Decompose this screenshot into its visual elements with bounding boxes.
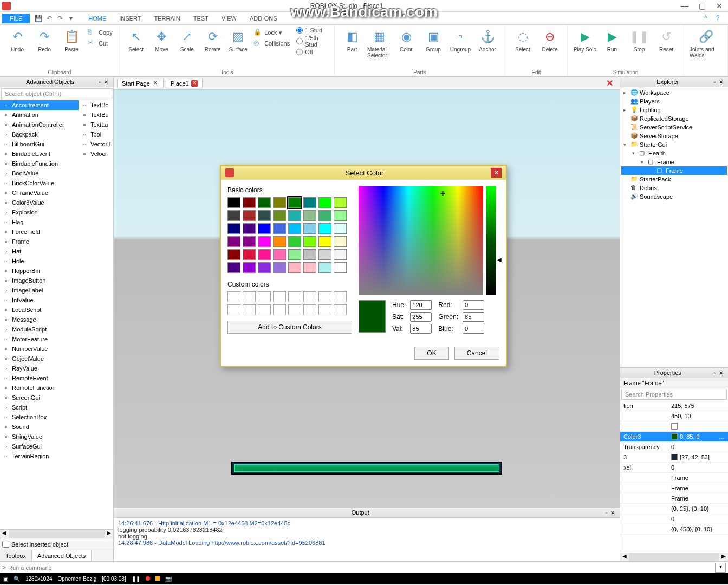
custom-color-swatch[interactable] <box>334 304 347 315</box>
tab-place1[interactable]: Place1✕ <box>166 79 203 88</box>
basic-color-swatch[interactable] <box>334 262 347 273</box>
object-item[interactable]: ▫NumberValue <box>0 344 79 354</box>
basic-color-swatch[interactable] <box>303 197 316 208</box>
basic-color-swatch[interactable] <box>288 223 301 234</box>
object-item[interactable]: ▫ScreenGui <box>0 393 79 402</box>
basic-color-swatch[interactable] <box>303 223 316 234</box>
ok-button[interactable]: OK <box>414 347 448 360</box>
snap-radio[interactable]: 1 Stud <box>296 27 330 34</box>
run-button[interactable]: ▶Run <box>599 27 625 54</box>
object-item[interactable]: ▫AnimationController <box>0 120 79 129</box>
object-item[interactable]: ▫CFrameValue <box>0 188 79 198</box>
menu-tab-home[interactable]: HOME <box>82 13 113 24</box>
tab-start-page[interactable]: Start Page✕ <box>117 79 164 88</box>
basic-color-swatch[interactable] <box>303 210 316 221</box>
tree-node[interactable]: ▸💡Lighting <box>621 106 727 114</box>
property-row[interactable]: {0, 25}, {0, 10} <box>620 504 728 514</box>
menu-tab-insert[interactable]: INSERT <box>113 13 147 24</box>
menu-tab-add-ons[interactable]: ADD-ONS <box>243 13 284 24</box>
luminance-handle[interactable]: ◀ <box>497 257 502 263</box>
help-icon[interactable]: ? <box>716 14 725 23</box>
menu-tab-test[interactable]: TEST <box>187 13 215 24</box>
basic-color-swatch[interactable] <box>288 236 301 247</box>
color-spectrum[interactable]: + <box>359 186 483 295</box>
move-tool-button[interactable]: ✥Move <box>150 27 174 54</box>
basic-color-swatch[interactable] <box>318 223 332 234</box>
object-item[interactable]: ▫StringValue <box>0 432 79 441</box>
object-item[interactable]: ▫HopperBin <box>0 266 79 276</box>
property-row[interactable]: Color30, 85, 0… <box>620 432 728 442</box>
maximize-button[interactable]: ▢ <box>696 2 708 10</box>
rec-pause-icon[interactable]: ❚❚ <box>132 576 140 582</box>
tree-node[interactable]: 📁StarterPack <box>621 175 727 184</box>
panel-pin-icon[interactable]: ▫ <box>97 79 102 85</box>
object-item[interactable]: ▫Vector3 <box>79 139 113 149</box>
object-item[interactable]: ▫Veloci <box>79 149 113 159</box>
object-item[interactable]: ▫Color3Value <box>0 198 79 207</box>
object-item[interactable]: ▫Frame <box>0 237 79 246</box>
panel-pin-icon[interactable]: ▫ <box>712 370 717 376</box>
object-item[interactable]: ▫RemoteFunction <box>0 383 79 393</box>
qa-undo-icon[interactable]: ↶ <box>44 13 55 24</box>
select-inserted-checkbox[interactable] <box>2 541 9 548</box>
play-solo-button[interactable]: ▶Play Solo <box>572 27 598 54</box>
basic-color-swatch[interactable] <box>258 197 271 208</box>
object-item[interactable]: ▫MotorFeature <box>0 334 79 344</box>
basic-color-swatch[interactable] <box>334 223 347 234</box>
reset-button[interactable]: ↺Reset <box>653 27 679 54</box>
object-item[interactable]: ▫Explosion <box>0 207 79 217</box>
property-row[interactable]: Frame <box>620 483 728 493</box>
rotate-tool-button[interactable]: ⟳Rotate <box>200 27 225 54</box>
lock-button[interactable]: 🔒Lock ▾ <box>251 27 292 38</box>
custom-color-swatch[interactable] <box>273 304 286 315</box>
basic-color-swatch[interactable] <box>273 249 286 260</box>
qa-redo-icon[interactable]: ↷ <box>55 13 66 24</box>
panel-close-icon[interactable]: ✕ <box>717 370 725 376</box>
tree-node[interactable]: 🔊Soundscape <box>621 192 727 201</box>
object-item[interactable]: ▫Hole <box>0 256 79 266</box>
basic-color-swatch[interactable] <box>273 197 286 208</box>
copy-button[interactable]: ⎘Copy <box>86 27 115 38</box>
anchor-button[interactable]: ⚓Anchor <box>474 27 500 54</box>
group-button[interactable]: ▣Group <box>420 27 446 54</box>
object-item[interactable]: ▫BindableEvent <box>0 149 79 159</box>
tab-toolbox[interactable]: Toolbox <box>0 550 32 561</box>
object-item[interactable]: ▫BrickColorValue <box>0 178 79 188</box>
qa-save-icon[interactable]: 💾 <box>33 13 44 24</box>
basic-color-swatch[interactable] <box>243 262 256 273</box>
object-item[interactable]: ▫Animation <box>0 110 79 120</box>
tree-node[interactable]: 🗑Debris <box>621 184 727 192</box>
custom-color-swatch[interactable] <box>288 291 301 302</box>
custom-color-swatch[interactable] <box>258 304 271 315</box>
object-item[interactable]: ▫Tool <box>79 129 113 139</box>
rec-expand-icon[interactable]: ▣ <box>3 576 8 582</box>
basic-color-swatch[interactable] <box>273 236 286 247</box>
object-item[interactable]: ▫LocalScript <box>0 305 79 315</box>
tree-caret-icon[interactable]: ▾ <box>632 151 638 156</box>
tree-caret-icon[interactable]: ▾ <box>623 142 629 147</box>
basic-color-swatch[interactable] <box>227 210 240 221</box>
blue-input[interactable] <box>463 324 484 334</box>
tree-caret-icon[interactable]: ▸ <box>623 107 629 113</box>
basic-color-swatch[interactable] <box>318 249 332 260</box>
menu-tab-terrain[interactable]: TERRAIN <box>147 13 186 24</box>
custom-color-swatch[interactable] <box>318 304 332 315</box>
undo-button[interactable]: ↶Undo <box>4 27 30 54</box>
object-item[interactable]: ▫RayValue <box>0 363 79 373</box>
rec-record-icon[interactable] <box>146 576 150 581</box>
cut-button[interactable]: ✂Cut <box>86 38 115 49</box>
command-dropdown-icon[interactable]: ▾ <box>715 563 726 573</box>
custom-color-swatch[interactable] <box>227 304 240 315</box>
object-item[interactable]: ▫TerrainRegion <box>0 451 79 461</box>
collisions-button[interactable]: ◎Collisions <box>251 38 292 49</box>
rec-stop-icon[interactable] <box>155 576 160 581</box>
object-item[interactable]: ▫ModuleScript <box>0 324 79 334</box>
object-item[interactable]: ▫BoolValue <box>0 168 79 178</box>
horizontal-scrollbar[interactable]: ◀▶ <box>0 529 113 538</box>
cancel-button[interactable]: Cancel <box>454 347 499 360</box>
select-tool-button[interactable]: ↖Select <box>124 27 148 54</box>
property-row[interactable]: xel0 <box>620 463 728 473</box>
sat-input[interactable] <box>410 312 432 322</box>
basic-color-swatch[interactable] <box>288 249 301 260</box>
red-input[interactable] <box>463 300 484 310</box>
